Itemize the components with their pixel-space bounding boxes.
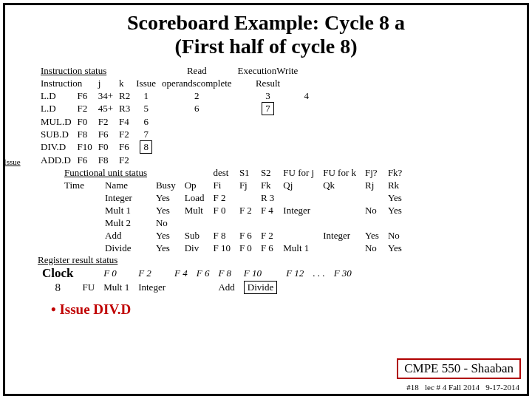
footer-date: 9-17-2014 <box>485 383 519 392</box>
reg-col-header: F 2 <box>134 266 170 281</box>
col-fuj: FU for j <box>279 166 318 179</box>
reg-col-value <box>330 281 356 294</box>
col-qj: Qj <box>279 179 318 191</box>
clock-label: Clock <box>38 266 78 281</box>
col-rk: Rk <box>383 179 407 191</box>
footer-lec: lec # 4 Fall 2014 <box>425 383 480 392</box>
col-write: Write <box>276 65 298 76</box>
col-operands: operands <box>162 78 197 89</box>
reg-col-header: F 30 <box>330 266 356 281</box>
instr-row: L.DF245+R3 567 <box>38 102 312 115</box>
instruction-status-table: Instruction status Read ExecutionWrite I… <box>38 64 312 166</box>
reg-col-header: F 10 <box>239 266 282 281</box>
col-fjq: Fj? <box>361 166 383 179</box>
fu-row: AddYesSubF 8F 6F 2IntegerYesNo <box>60 229 406 242</box>
col-result: Result <box>235 77 301 89</box>
col-s2: S2 <box>256 166 279 179</box>
col-fj: Fj <box>235 179 256 191</box>
col-j: j <box>95 77 116 89</box>
instr-row: ADD.DF6F8F2 <box>38 154 312 166</box>
instr-row: SUB.DF8F6F2 7 <box>38 128 312 140</box>
col-fuk: FU for k <box>318 166 361 179</box>
col-qk: Qk <box>318 179 361 191</box>
slide-title: Scoreboard Example: Cycle 8 a (First hal… <box>16 11 516 58</box>
slide-frame: Scoreboard Example: Cycle 8 a (First hal… <box>3 3 529 396</box>
reg-col-value: Divide <box>239 281 282 294</box>
reg-col-header: F 6 <box>192 266 214 281</box>
col-exec: Execution <box>238 65 277 76</box>
col-fk: Fk <box>256 179 279 191</box>
col-issue: Issue <box>133 77 159 89</box>
col-fi: Fi <box>208 179 234 191</box>
reg-col-header: F 0 <box>99 266 134 281</box>
col-complete: complete <box>197 78 232 89</box>
reg-col-header: F 8 <box>214 266 239 281</box>
fu-label: FU <box>78 281 100 294</box>
fu-status-header: Functional unit status <box>60 166 151 179</box>
reg-col-value <box>192 281 214 294</box>
reg-col-value <box>170 281 192 294</box>
instr-status-header: Instruction status <box>38 64 133 77</box>
instr-row: MUL.DF0F2F4 6 <box>38 115 312 128</box>
reg-status-table: Clock F 0F 2F 4F 6F 8F 10F 12. . .F 30 8… <box>38 266 356 294</box>
issue-note-text: Issue DIV.D <box>59 301 131 317</box>
reg-col-value <box>308 281 329 294</box>
instr-row: L.DF634+R2 1234 <box>38 89 312 102</box>
col-fkq: Fk? <box>383 166 407 179</box>
col-time: Time <box>60 179 100 191</box>
fu-status-table: Functional unit status dest S1 S2 FU for… <box>60 166 406 254</box>
col-read: Read <box>159 64 235 77</box>
reg-col-value: Mult 1 <box>99 281 134 294</box>
fu-row: DivideYesDivF 10F 0F 6Mult 1NoYes <box>60 242 406 254</box>
col-rj: Rj <box>361 179 383 191</box>
footer: #18 lec # 4 Fall 2014 9-17-2014 <box>406 383 519 392</box>
col-s1: S1 <box>235 166 256 179</box>
source-box: CMPE 550 - Shaaban <box>397 358 521 379</box>
content-area: Instruction status Read ExecutionWrite I… <box>16 64 516 318</box>
reg-status-header: Register result status <box>38 254 516 266</box>
col-op: Op <box>180 179 209 191</box>
reg-col-value: Add <box>214 281 239 294</box>
reg-col-value <box>282 281 308 294</box>
instr-row: DIV.DF10F0F6 8 <box>38 140 312 154</box>
reg-col-header: F 12 <box>282 266 308 281</box>
bullet: • <box>51 301 56 317</box>
col-instruction: Instruction <box>38 77 95 89</box>
fu-row: Mult 1YesMultF 0F 2F 4IntegerNoYes <box>60 204 406 216</box>
col-busy: Busy <box>151 179 180 191</box>
footer-slide: #18 <box>406 383 419 392</box>
col-name: Name <box>100 179 151 191</box>
fu-row: Mult 2No <box>60 216 406 229</box>
issue-note: • Issue DIV.D <box>51 301 516 318</box>
reg-col-header: . . . <box>308 266 329 281</box>
col-k: k <box>116 77 133 89</box>
col-dest: dest <box>208 166 234 179</box>
fu-row: IntegerYesLoadF 2R 3Yes <box>60 191 406 204</box>
reg-col-value: Integer <box>134 281 170 294</box>
clock-value: 8 <box>38 281 78 294</box>
title-line1: Scoreboard Example: Cycle 8 a <box>127 11 405 34</box>
title-line2: (First half of cycle 8) <box>174 35 357 58</box>
reg-col-header: F 4 <box>170 266 192 281</box>
